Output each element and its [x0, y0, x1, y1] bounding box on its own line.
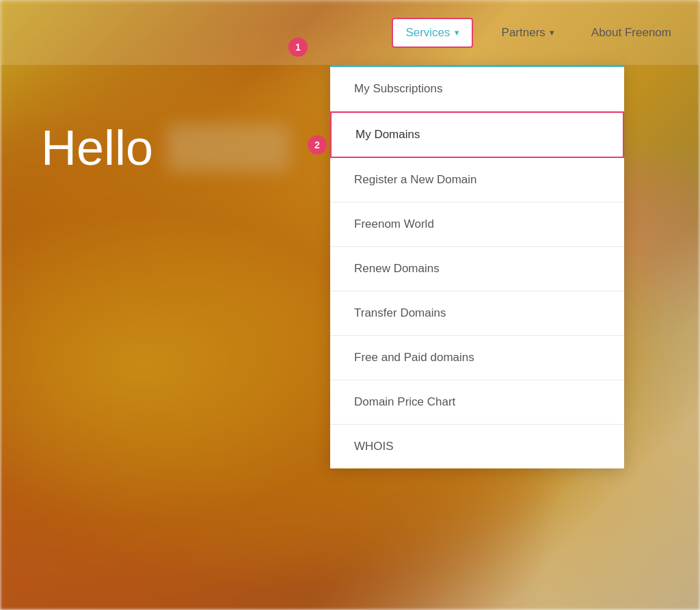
dropdown-item-my-domains[interactable]: My Domains	[330, 111, 624, 158]
dropdown-item-whois[interactable]: WHOIS	[330, 425, 624, 468]
partners-chevron-icon: ▾	[550, 27, 554, 38]
nav-partners[interactable]: Partners ▾	[494, 21, 563, 45]
hero-hello: Hello	[41, 120, 290, 176]
step-badge-1: 1	[288, 38, 308, 57]
dropdown-item-transfer-domains[interactable]: Transfer Domains	[330, 291, 624, 336]
services-label: Services	[405, 26, 450, 40]
nav-about[interactable]: About Freenom	[583, 21, 679, 45]
step-badge-2: 2	[308, 135, 327, 155]
dropdown-item-my-subscriptions[interactable]: My Subscriptions	[330, 67, 624, 111]
dropdown-item-free-paid-domains[interactable]: Free and Paid domains	[330, 336, 624, 380]
hello-label: Hello	[41, 120, 153, 176]
services-chevron-icon: ▾	[455, 27, 459, 38]
hello-username-blurred	[167, 124, 290, 172]
nav-items: Services ▾ Partners ▾ About Freenom	[392, 18, 679, 48]
nav-services[interactable]: Services ▾	[392, 18, 472, 48]
partners-label: Partners	[502, 26, 546, 40]
about-label: About Freenom	[591, 26, 671, 40]
dropdown-item-domain-price-chart[interactable]: Domain Price Chart	[330, 380, 624, 425]
dropdown-item-register-new-domain[interactable]: Register a New Domain	[330, 158, 624, 202]
dropdown-item-renew-domains[interactable]: Renew Domains	[330, 247, 624, 291]
services-dropdown: My SubscriptionsMy DomainsRegister a New…	[330, 65, 624, 468]
dropdown-item-freenom-world[interactable]: Freenom World	[330, 202, 624, 247]
navbar: Services ▾ Partners ▾ About Freenom	[0, 0, 700, 65]
